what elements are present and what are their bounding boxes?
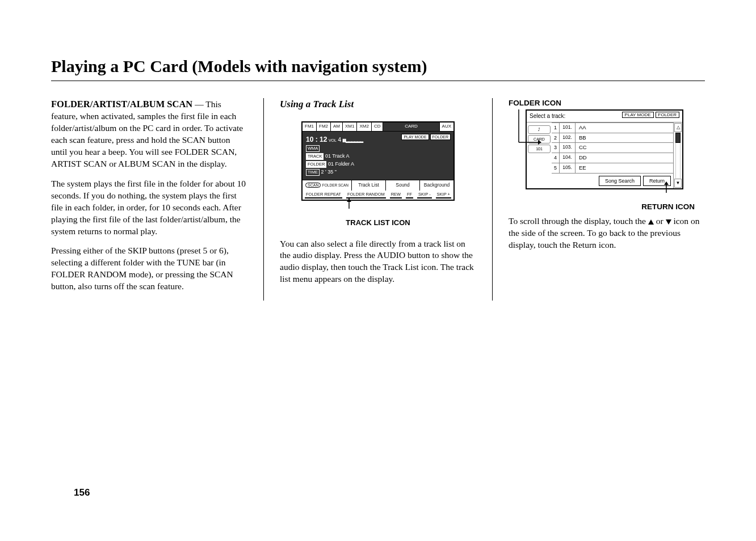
scroll-up-icon[interactable]: △ [674,123,682,132]
folder-repeat-button[interactable]: FOLDER REPEAT [305,192,342,198]
scroll-thumb[interactable] [675,133,681,143]
folder-icon-label: FOLDER ICON [509,98,705,108]
sound-button[interactable]: Sound [386,180,420,190]
vol-bar-icon: ▮▮▂▂▂▂▂▂ [342,138,363,143]
row-name: EE [576,163,673,173]
tab-xm2[interactable]: XM2 [357,122,371,131]
triangle-up-icon [648,219,654,225]
col2-para: You can also select a file directly from… [280,238,476,286]
row-name: AA [576,123,673,133]
scan-sub: FOLDER SCAN [322,183,348,187]
tab-card[interactable]: CARD [383,122,439,131]
column-3: FOLDER ICON Select a track: PLAY MODEFOL… [509,98,705,301]
tab-fm1[interactable]: FM1 [303,122,317,131]
row-name: BB [576,133,673,143]
col1-para3: Pressing either of the SKIP buttons (pre… [51,245,247,293]
tab-xm1[interactable]: XM1 [343,122,357,131]
col1-para1: — This feature, when activated, samples … [51,99,243,168]
row-name: CC [576,143,673,153]
tracklist-header: Select a track: PLAY MODEFOLDER [527,111,682,122]
rew-button[interactable]: REW [390,192,402,198]
ff-button[interactable]: FF [406,192,413,198]
return-icon-label: RETURN ICON [509,202,695,212]
time-value: 2 ' 35 " [321,169,336,175]
col1-para2: The system plays the first file in the f… [51,178,247,238]
svg-marker-6 [664,181,669,185]
track-row[interactable]: 4104.DD [552,153,673,163]
scan-button[interactable]: SCAN FOLDER SCAN [303,180,352,190]
col3-para-b: or [654,216,666,226]
play-mode-label: PLAY MODE [401,134,429,140]
col-divider-2 [492,98,493,301]
tab-aux[interactable]: AUX [440,122,453,131]
row-idx: 2 [552,133,560,143]
tracklist-figure: Select a track: PLAY MODEFOLDER ⤴ CARD 1… [526,109,683,189]
row-idx: 3 [552,143,560,153]
vol-value: 4 [338,137,341,143]
col3-para: To scroll through the display, touch the… [509,215,705,251]
audio-now-playing: PLAY MODE FOLDER 10 : 12 VOL 4 ▮▮▂▂▂▂▂▂ … [303,132,453,180]
track-row[interactable]: 1101.AA [552,122,673,133]
row-num: 105. [560,163,576,173]
playmode-value: FOLDER [656,112,679,118]
playmode-label: PLAY MODE [622,112,654,118]
page-title: Playing a PC Card (Models with navigatio… [51,57,705,76]
tracklist-scrollbar[interactable]: △ ▼ [673,122,682,188]
track-line: TRACK 01 Track A [306,153,450,160]
row-idx: 5 [552,163,560,173]
title-rule [51,81,705,81]
tracklist-bottom-buttons: Song Search Return [552,174,673,188]
audio-source-tabs: FM1 FM2 AM XM1 XM2 CD CARD AUX [303,122,453,132]
clock: 10 : 12 [306,136,327,143]
row-idx: 1 [552,123,560,133]
tracklist-arrow [280,202,476,212]
return-arrow [509,189,705,200]
tracklist-main: ⤴ CARD 101 1101.AA 2102.BB 3103.CC 4104.… [527,122,682,188]
audio-display-figure: FM1 FM2 AM XM1 XM2 CD CARD AUX PLAY MODE… [301,121,455,201]
col1-block1: FOLDER/ARTIST/ALBUM SCAN — This feature,… [51,98,247,170]
row-num: 104. [560,153,576,163]
svg-marker-1 [347,198,351,202]
skip-minus-button[interactable]: SKIP - [417,192,432,198]
wma-badge: WMA [306,145,320,152]
track-row[interactable]: 2102.BB [552,133,673,143]
vol-label: VOL [329,138,337,142]
folder-line: FOLDER 01 Folder A [306,160,450,168]
skip-plus-button[interactable]: SKIP + [436,192,451,198]
tracklist-rows: 1101.AA 2102.BB 3103.CC 4104.DD 5105.EE … [552,122,673,188]
play-mode-box[interactable]: PLAY MODE FOLDER [401,134,451,140]
row-idx: 4 [552,153,560,163]
folder-icon-leader [513,109,547,149]
folder-random-button[interactable]: FOLDER RANDOM [346,192,386,198]
time-line: TIME 2 ' 35 " [306,168,450,176]
track-value: 01 Track A [325,153,350,159]
scroll-track[interactable] [675,133,681,178]
folder-value: 01 Folder A [328,161,354,167]
tracklist-playmode: PLAY MODEFOLDER [620,112,679,120]
columns: FOLDER/ARTIST/ALBUM SCAN — This feature,… [51,98,705,301]
audio-buttons-row: SCAN FOLDER SCAN Track List Sound Backgr… [303,180,453,190]
tab-cd[interactable]: CD [372,122,384,131]
track-row[interactable]: 5105.EE [552,163,673,174]
play-mode-value: FOLDER [430,134,451,140]
scroll-down-icon[interactable]: ▼ [674,179,682,188]
column-1: FOLDER/ARTIST/ALBUM SCAN — This feature,… [51,98,247,301]
col3-para-a: To scroll through the display, touch the [509,216,648,226]
tracklist-figure-wrap: FOLDER ICON Select a track: PLAY MODEFOL… [509,98,705,212]
col2-heading: Using a Track List [280,98,476,111]
tab-am[interactable]: AM [331,122,343,131]
row-num: 102. [560,133,576,143]
audio-bottom-row: FOLDER REPEAT FOLDER RANDOM REW FF SKIP … [303,191,453,200]
track-row[interactable]: 3103.CC [552,143,673,153]
triangle-down-icon [666,219,671,225]
background-button[interactable]: Background [420,180,453,190]
song-search-button[interactable]: Song Search [599,176,641,186]
col1-heading: FOLDER/ARTIST/ALBUM SCAN [51,99,192,109]
row-num: 103. [560,143,576,153]
tab-fm2[interactable]: FM2 [317,122,331,131]
track-list-button[interactable]: Track List [352,180,386,190]
time-label-box: TIME [306,169,320,176]
row-name: DD [576,153,673,163]
svg-marker-4 [538,140,541,145]
row-num: 101. [560,123,576,133]
